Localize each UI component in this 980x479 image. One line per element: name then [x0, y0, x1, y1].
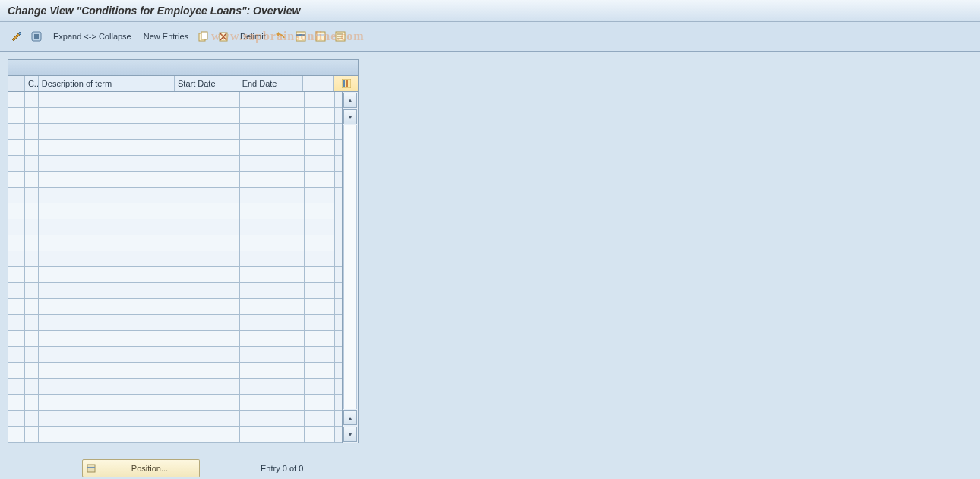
cell-code[interactable] — [25, 219, 39, 235]
row-selector[interactable] — [8, 140, 25, 155]
table-row[interactable] — [8, 395, 342, 411]
cell-description[interactable] — [39, 203, 175, 219]
cell-description[interactable] — [39, 92, 175, 107]
table-row[interactable] — [8, 108, 342, 124]
cell-end-date[interactable] — [240, 140, 305, 155]
table-row[interactable] — [8, 219, 342, 235]
row-selector[interactable] — [8, 251, 25, 266]
cell-start-date[interactable] — [175, 347, 240, 362]
cell-code[interactable] — [25, 251, 39, 266]
cell-code[interactable] — [25, 156, 39, 171]
cell-code[interactable] — [25, 347, 39, 362]
table-row[interactable] — [8, 411, 342, 427]
cell-code[interactable] — [25, 299, 39, 314]
cell-start-date[interactable] — [175, 363, 240, 378]
table-row[interactable] — [8, 315, 342, 331]
cell-start-date[interactable] — [175, 427, 240, 442]
row-selector[interactable] — [8, 235, 25, 251]
cell-description[interactable] — [39, 235, 175, 251]
select-row-icon[interactable] — [293, 29, 308, 44]
position-button[interactable]: Position... — [100, 459, 200, 477]
cell-start-date[interactable] — [175, 315, 240, 330]
cell-code[interactable] — [25, 363, 39, 378]
table-row[interactable] — [8, 156, 342, 172]
cell-code[interactable] — [25, 203, 39, 219]
select-all-icon[interactable] — [29, 29, 44, 44]
table-vertical-scrollbar[interactable]: ▲ ▾ ▴ ▼ — [342, 92, 358, 443]
position-icon[interactable] — [82, 459, 100, 477]
cell-start-date[interactable] — [175, 299, 240, 314]
cell-end-date[interactable] — [240, 395, 305, 410]
cell-end-date[interactable] — [240, 172, 305, 187]
cell-end-date[interactable] — [240, 92, 305, 107]
cell-code[interactable] — [25, 235, 39, 251]
row-selector[interactable] — [8, 411, 25, 426]
table-row[interactable] — [8, 251, 342, 267]
cell-end-date[interactable] — [240, 203, 305, 219]
cell-code[interactable] — [25, 172, 39, 187]
row-selector[interactable] — [8, 363, 25, 378]
cell-end-date[interactable] — [240, 363, 305, 378]
deselect-row-icon[interactable] — [313, 29, 328, 44]
cell-start-date[interactable] — [175, 188, 240, 203]
row-selector[interactable] — [8, 283, 25, 298]
cell-start-date[interactable] — [175, 92, 240, 107]
cell-description[interactable] — [39, 427, 175, 442]
cell-code[interactable] — [25, 267, 39, 282]
table-row[interactable] — [8, 299, 342, 315]
row-selector[interactable] — [8, 331, 25, 346]
cell-description[interactable] — [39, 172, 175, 187]
cell-end-date[interactable] — [240, 267, 305, 282]
table-row[interactable] — [8, 283, 342, 299]
table-row[interactable] — [8, 363, 342, 379]
cell-end-date[interactable] — [240, 331, 305, 346]
table-row[interactable] — [8, 331, 342, 347]
print-icon[interactable] — [333, 29, 348, 44]
cell-end-date[interactable] — [240, 235, 305, 251]
col-header-code[interactable]: C.. — [25, 76, 39, 91]
row-selector[interactable] — [8, 315, 25, 330]
cell-end-date[interactable] — [240, 251, 305, 266]
cell-start-date[interactable] — [175, 172, 240, 187]
cell-description[interactable] — [39, 411, 175, 426]
scroll-up-icon[interactable]: ▲ — [343, 93, 357, 108]
cell-start-date[interactable] — [175, 267, 240, 282]
cell-description[interactable] — [39, 108, 175, 123]
cell-description[interactable] — [39, 315, 175, 330]
cell-description[interactable] — [39, 331, 175, 346]
cell-description[interactable] — [39, 379, 175, 394]
scroll-down-icon[interactable]: ▼ — [343, 427, 357, 442]
cell-start-date[interactable] — [175, 331, 240, 346]
cell-end-date[interactable] — [240, 427, 305, 442]
cell-description[interactable] — [39, 124, 175, 139]
cell-description[interactable] — [39, 251, 175, 266]
scroll-track[interactable] — [343, 125, 357, 409]
cell-code[interactable] — [25, 331, 39, 346]
cell-start-date[interactable] — [175, 283, 240, 298]
cell-start-date[interactable] — [175, 395, 240, 410]
cell-end-date[interactable] — [240, 411, 305, 426]
row-selector[interactable] — [8, 395, 25, 410]
cell-end-date[interactable] — [240, 379, 305, 394]
scroll-page-up-icon[interactable]: ▾ — [343, 109, 357, 124]
cell-end-date[interactable] — [240, 124, 305, 139]
delete-icon[interactable] — [216, 29, 231, 44]
new-entries-button[interactable]: New Entries — [139, 29, 193, 44]
cell-code[interactable] — [25, 283, 39, 298]
cell-code[interactable] — [25, 427, 39, 442]
row-selector[interactable] — [8, 124, 25, 139]
table-row[interactable] — [8, 235, 342, 251]
cell-start-date[interactable] — [175, 108, 240, 123]
expand-collapse-button[interactable]: Expand <-> Collapse — [49, 29, 136, 44]
cell-start-date[interactable] — [175, 124, 240, 139]
cell-description[interactable] — [39, 395, 175, 410]
cell-description[interactable] — [39, 219, 175, 235]
table-row[interactable] — [8, 124, 342, 140]
table-row[interactable] — [8, 188, 342, 203]
cell-code[interactable] — [25, 108, 39, 123]
table-configure-icon[interactable] — [334, 76, 358, 91]
scroll-page-down-icon[interactable]: ▴ — [343, 410, 357, 425]
cell-end-date[interactable] — [240, 299, 305, 314]
row-selector[interactable] — [8, 188, 25, 203]
cell-start-date[interactable] — [175, 203, 240, 219]
